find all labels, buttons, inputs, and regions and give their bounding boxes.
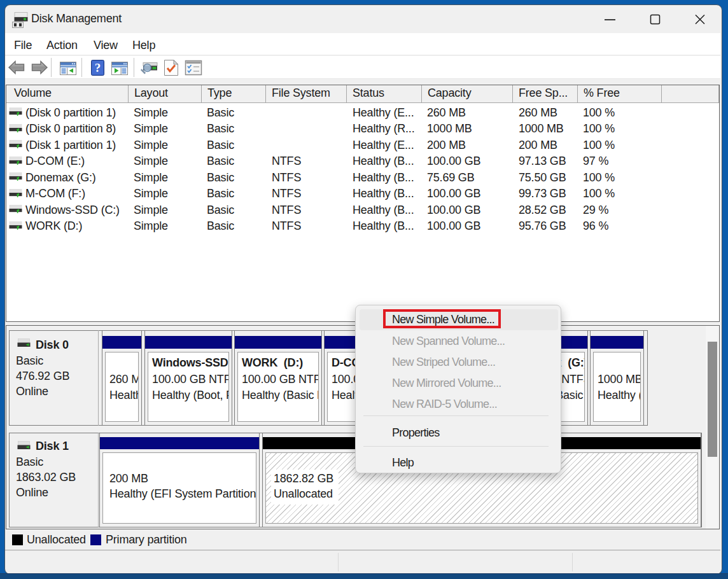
svg-text:?: ? — [95, 61, 101, 74]
